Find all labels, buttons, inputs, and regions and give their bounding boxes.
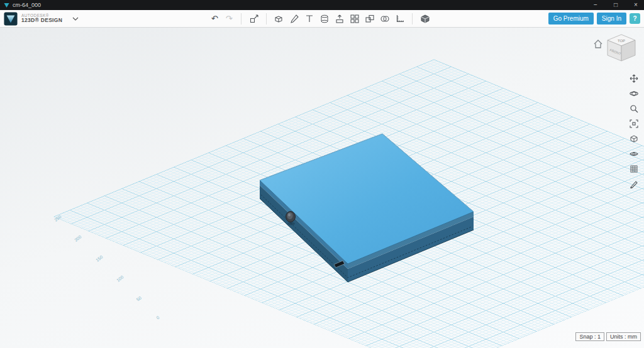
toolbar-separator	[412, 13, 413, 24]
account-area: Go Premium Sign In ?	[548, 13, 640, 24]
viewport-3d[interactable]: 250 200 150 100 50 0	[0, 28, 644, 348]
window-controls: − □ ×	[591, 0, 640, 10]
navigation-toolbar	[628, 73, 640, 190]
measure-icon[interactable]	[392, 11, 407, 26]
maximize-icon[interactable]: □	[611, 0, 620, 10]
pattern-icon[interactable]	[347, 11, 362, 26]
redo-button[interactable]: ↷	[222, 14, 236, 23]
app-menu[interactable]: AUTODESK® 123D® DESIGN	[4, 12, 79, 26]
grouping-icon[interactable]	[362, 11, 377, 26]
app-icon	[4, 3, 9, 8]
grid-settings-icon[interactable]	[628, 163, 640, 175]
snap-setting[interactable]: Snap : 1	[575, 332, 604, 341]
sign-in-button[interactable]: Sign In	[597, 13, 626, 24]
window-title: cm-64_000	[13, 2, 41, 8]
app-logo-icon	[4, 12, 18, 26]
viewcube[interactable]: TOP FRONT	[592, 31, 641, 65]
brand-text: AUTODESK® 123D® DESIGN	[21, 13, 62, 23]
construct-icon[interactable]	[317, 11, 331, 26]
home-icon[interactable]	[594, 40, 602, 48]
tool-strip: ↶ ↷	[208, 11, 432, 26]
model-face-top[interactable]	[260, 134, 474, 264]
titlebar: cm-64_000 − □ ×	[0, 0, 644, 10]
undo-button[interactable]: ↶	[208, 14, 221, 23]
material-view-icon[interactable]	[418, 11, 432, 26]
pan-icon[interactable]	[628, 73, 640, 84]
help-button[interactable]: ?	[630, 13, 640, 24]
status-bar: Snap : 1 Units : mm	[575, 332, 641, 341]
text-icon[interactable]	[302, 11, 316, 26]
chevron-down-icon[interactable]	[72, 17, 79, 21]
go-premium-button[interactable]: Go Premium	[548, 13, 594, 24]
combine-icon[interactable]	[377, 11, 392, 26]
app-window: cm-64_000 − □ × AUTODESK® 123D® DESIGN	[0, 0, 644, 348]
sketch-icon[interactable]	[287, 11, 301, 26]
viewcube-settings-icon[interactable]	[628, 133, 640, 144]
model-box[interactable]	[0, 28, 644, 348]
orbit-icon[interactable]	[628, 88, 640, 99]
visibility-icon[interactable]	[628, 148, 640, 160]
brand-line2: 123D® DESIGN	[21, 18, 62, 23]
minimize-icon[interactable]: −	[591, 0, 600, 10]
toolbar-separator	[241, 13, 242, 24]
main-toolbar: AUTODESK® 123D® DESIGN ↶ ↷	[0, 10, 644, 28]
close-icon[interactable]: ×	[631, 0, 640, 10]
zoom-icon[interactable]	[628, 103, 640, 114]
primitives-icon[interactable]	[272, 11, 286, 26]
transform-icon[interactable]	[247, 11, 261, 26]
modify-icon[interactable]	[332, 11, 347, 26]
viewcube-top-label[interactable]: TOP	[618, 39, 625, 43]
fit-view-icon[interactable]	[628, 118, 640, 129]
toolbar-separator	[266, 13, 267, 24]
units-setting[interactable]: Units : mm	[606, 332, 641, 341]
material-edit-icon[interactable]	[628, 178, 640, 190]
